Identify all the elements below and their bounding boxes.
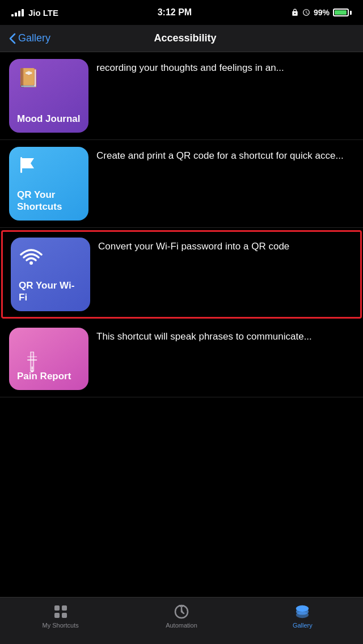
qr-wifi-desc: Convert your Wi-Fi password into a QR co… [98,238,352,311]
tab-automation[interactable]: Automation [121,604,242,629]
automation-label: Automation [166,622,197,629]
mood-journal-desc: recording your thoughts and feelings in … [96,59,354,133]
list-item[interactable]: Pain Report This shortcut will speak phr… [0,321,363,397]
status-time: 3:12 PM [158,7,192,18]
list-item[interactable]: 📔 Mood Journal recording your thoughts a… [0,52,363,140]
mood-journal-icon: 📔 Mood Journal [9,59,88,133]
back-label: Gallery [18,32,50,44]
tab-my-shortcuts[interactable]: My Shortcuts [0,604,121,629]
tab-bar: My Shortcuts Automation Gallery [0,597,363,644]
qr-wifi-label: QR Your Wi-Fi [19,280,82,303]
status-bar: Jio LTE 3:12 PM 99% [0,0,363,25]
book-icon: 📔 [17,67,81,88]
mood-journal-label: Mood Journal [17,113,81,125]
nav-title: Accessibility [50,32,320,44]
gallery-icon [294,604,310,620]
qr-shortcuts-icon: QR Your Shortcuts [9,147,88,221]
svg-rect-8 [54,613,60,618]
pain-report-desc: This shortcut will speak phrases to comm… [96,328,354,390]
alarm-icon [302,9,310,16]
svg-rect-9 [62,613,67,618]
status-right: 99% [291,8,352,17]
automation-icon [174,604,189,620]
svg-rect-6 [54,605,60,611]
svg-rect-7 [62,605,67,611]
tab-gallery[interactable]: Gallery [242,604,363,629]
content-area: 📔 Mood Journal recording your thoughts a… [0,52,363,397]
gallery-label: Gallery [293,622,313,629]
back-button[interactable]: Gallery [9,32,50,44]
battery-percent: 99% [314,8,330,17]
pain-report-label: Pain Report [17,371,81,382]
qr-shortcuts-label: QR Your Shortcuts [17,189,81,213]
list-item-selected[interactable]: QR Your Wi-Fi Convert your Wi-Fi passwor… [1,230,362,319]
signal-icon [11,9,24,16]
qr-wifi-icon: QR Your Wi-Fi [11,238,90,311]
wifi-icon [19,245,82,266]
carrier-name: Jio [28,8,41,18]
svg-point-13 [296,612,309,618]
pain-report-icon: Pain Report [9,328,88,390]
nav-bar: Gallery Accessibility [0,25,363,52]
battery-icon [333,9,352,16]
network-type: LTE [43,8,58,18]
flag-icon [17,155,81,180]
list-item[interactable]: QR Your Shortcuts Create and print a QR … [0,140,363,228]
lock-icon [291,9,299,16]
carrier-info: Jio LTE [11,8,58,18]
qr-shortcuts-desc: Create and print a QR code for a shortcu… [96,147,354,221]
my-shortcuts-icon [53,604,69,620]
svg-rect-0 [20,157,22,173]
svg-point-1 [29,261,33,265]
my-shortcuts-label: My Shortcuts [43,622,79,629]
